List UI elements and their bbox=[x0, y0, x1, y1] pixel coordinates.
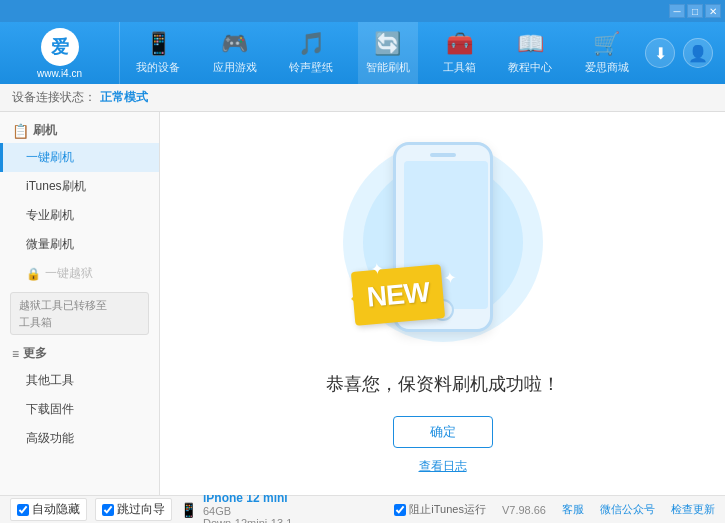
nav-item-tutorial[interactable]: 📖 教程中心 bbox=[500, 22, 560, 84]
sidebar-item-download-firmware[interactable]: 下载固件 bbox=[0, 395, 159, 424]
nav-item-toolbox[interactable]: 🧰 工具箱 bbox=[435, 22, 484, 84]
nav-item-ringtones[interactable]: 🎵 铃声壁纸 bbox=[281, 22, 341, 84]
header-right: ⬇ 👤 bbox=[645, 38, 725, 68]
sidebar-item-pro-flash[interactable]: 专业刷机 bbox=[0, 201, 159, 230]
smart-flash-icon: 🔄 bbox=[374, 31, 401, 57]
auto-hide-input[interactable] bbox=[17, 504, 29, 516]
nav-item-smart-flash[interactable]: 🔄 智能刷机 bbox=[358, 22, 418, 84]
wechat-link[interactable]: 微信公众号 bbox=[600, 502, 655, 517]
new-badge-text: NEW bbox=[365, 276, 430, 313]
confirm-button[interactable]: 确定 bbox=[393, 416, 493, 448]
titlebar: ─ □ ✕ bbox=[0, 0, 725, 22]
ringtones-icon: 🎵 bbox=[298, 31, 325, 57]
close-button[interactable]: ✕ bbox=[705, 4, 721, 18]
user-button[interactable]: 👤 bbox=[683, 38, 713, 68]
sidebar-jailbreak-disabled: 🔒 一键越狱 bbox=[0, 259, 159, 288]
download-button[interactable]: ⬇ bbox=[645, 38, 675, 68]
more-section-icon: ≡ bbox=[12, 347, 19, 361]
apps-games-icon: 🎮 bbox=[221, 31, 248, 57]
stop-itunes-checkbox[interactable]: 阻止iTunes运行 bbox=[394, 502, 486, 517]
skip-wizard-input[interactable] bbox=[102, 504, 114, 516]
minimize-button[interactable]: ─ bbox=[669, 4, 685, 18]
maximize-button[interactable]: □ bbox=[687, 4, 703, 18]
sidebar-item-save-flash[interactable]: 微量刷机 bbox=[0, 230, 159, 259]
phone-speaker bbox=[430, 153, 456, 157]
sidebar-flash-title: 📋 刷机 bbox=[0, 116, 159, 143]
bottom-bar: 自动隐藏 跳过向导 📱 iPhone 12 mini 64GB Down-12m… bbox=[0, 495, 725, 523]
bottom-right: 阻止iTunes运行 V7.98.66 客服 微信公众号 检查更新 bbox=[394, 502, 715, 517]
sidebar-item-one-click-flash[interactable]: 一键刷机 bbox=[0, 143, 159, 172]
sparkle-icon-2: ✦ bbox=[442, 268, 457, 288]
sidebar-more-title: ≡ 更多 bbox=[0, 339, 159, 366]
new-badge: ✦ NEW ✦ bbox=[350, 264, 444, 326]
my-device-icon: 📱 bbox=[145, 31, 172, 57]
status-value: 正常模式 bbox=[100, 89, 148, 106]
stop-itunes-input[interactable] bbox=[394, 504, 406, 516]
content-area: ✦ NEW ✦ 恭喜您，保资料刷机成功啦！ 确定 查看日志 bbox=[160, 112, 725, 495]
flash-section-icon: 📋 bbox=[12, 123, 29, 139]
logo-area[interactable]: 爱 www.i4.cn bbox=[0, 22, 120, 84]
logo-icon: 爱 bbox=[41, 28, 79, 66]
bottom-device-info: 📱 iPhone 12 mini 64GB Down-12mini-13,1 bbox=[180, 491, 292, 524]
toolbox-icon: 🧰 bbox=[446, 31, 473, 57]
nav-item-store[interactable]: 🛒 爱思商城 bbox=[577, 22, 637, 84]
phone-illustration: ✦ NEW ✦ bbox=[353, 132, 533, 352]
skip-wizard-checkbox[interactable]: 跳过向导 bbox=[95, 498, 172, 521]
success-title: 恭喜您，保资料刷机成功啦！ bbox=[326, 372, 560, 396]
nav-item-my-device[interactable]: 📱 我的设备 bbox=[128, 22, 188, 84]
device-storage: 64GB bbox=[203, 505, 292, 517]
version-text: V7.98.66 bbox=[502, 504, 546, 516]
sparkle-icon-1: ✦ bbox=[369, 259, 384, 279]
status-label: 设备连接状态： bbox=[12, 89, 96, 106]
tutorial-icon: 📖 bbox=[517, 31, 544, 57]
sidebar-item-advanced[interactable]: 高级功能 bbox=[0, 424, 159, 453]
nav-item-apps-games[interactable]: 🎮 应用游戏 bbox=[205, 22, 265, 84]
auto-hide-checkbox[interactable]: 自动隐藏 bbox=[10, 498, 87, 521]
bottom-left: 自动隐藏 跳过向导 📱 iPhone 12 mini 64GB Down-12m… bbox=[10, 491, 292, 524]
sidebar: 📋 刷机 一键刷机 iTunes刷机 专业刷机 微量刷机 🔒 一键越狱 越狱工具… bbox=[0, 112, 160, 495]
store-icon: 🛒 bbox=[593, 31, 620, 57]
device-version: Down-12mini-13,1 bbox=[203, 517, 292, 524]
main-layout: 📋 刷机 一键刷机 iTunes刷机 专业刷机 微量刷机 🔒 一键越狱 越狱工具… bbox=[0, 112, 725, 495]
sidebar-item-itunes-flash[interactable]: iTunes刷机 bbox=[0, 172, 159, 201]
device-icon: 📱 bbox=[180, 502, 197, 518]
customer-service-link[interactable]: 客服 bbox=[562, 502, 584, 517]
sidebar-item-other-tools[interactable]: 其他工具 bbox=[0, 366, 159, 395]
re-flash-link[interactable]: 查看日志 bbox=[419, 458, 467, 475]
logo-url: www.i4.cn bbox=[37, 68, 82, 79]
header: 爱 www.i4.cn 📱 我的设备 🎮 应用游戏 🎵 铃声壁纸 🔄 智能刷机 … bbox=[0, 22, 725, 84]
nav-items: 📱 我的设备 🎮 应用游戏 🎵 铃声壁纸 🔄 智能刷机 🧰 工具箱 📖 教程中心… bbox=[120, 22, 645, 84]
check-update-link[interactable]: 检查更新 bbox=[671, 502, 715, 517]
statusbar: 设备连接状态： 正常模式 bbox=[0, 84, 725, 112]
sidebar-jailbreak-notice: 越狱工具已转移至工具箱 bbox=[10, 292, 149, 335]
